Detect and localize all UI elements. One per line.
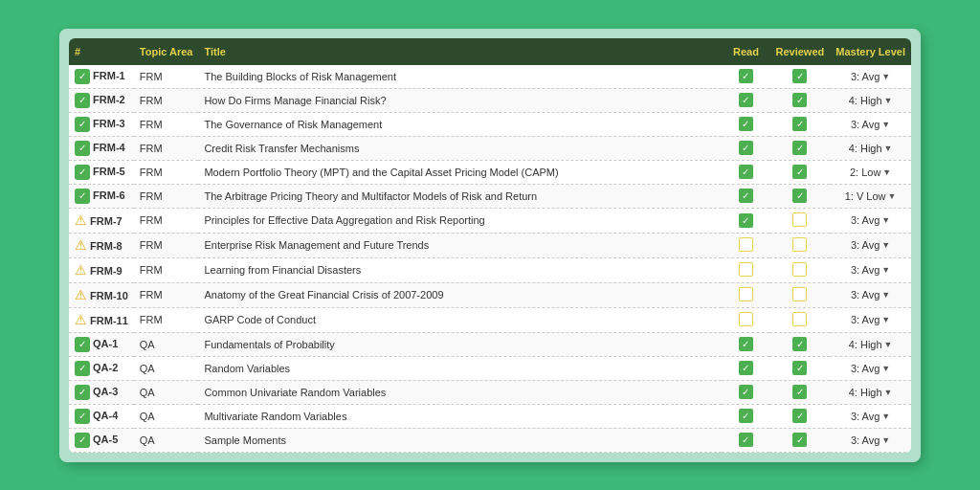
cell-read[interactable]: ✓ xyxy=(722,208,769,233)
reviewed-checked-icon[interactable]: ✓ xyxy=(792,189,807,203)
mastery-dropdown[interactable]: 3: Avg ▼ xyxy=(851,363,890,374)
read-checked-icon[interactable]: ✓ xyxy=(739,361,753,375)
read-checked-icon[interactable]: ✓ xyxy=(739,409,753,423)
read-checked-icon[interactable]: ✓ xyxy=(739,69,753,83)
cell-reviewed[interactable]: ✓ xyxy=(769,136,830,160)
reviewed-checked-icon[interactable]: ✓ xyxy=(792,433,807,447)
cell-mastery[interactable]: 3: Avg ▼ xyxy=(830,356,911,380)
reviewed-checked-icon[interactable]: ✓ xyxy=(792,69,807,83)
cell-mastery[interactable]: 3: Avg ▼ xyxy=(830,428,911,452)
read-checked-icon[interactable]: ✓ xyxy=(739,93,753,107)
reviewed-checked-icon[interactable]: ✓ xyxy=(792,385,807,399)
reviewed-empty-icon[interactable] xyxy=(792,237,807,252)
cell-mastery[interactable]: 4: High ▼ xyxy=(830,332,911,356)
cell-reviewed[interactable]: ✓ xyxy=(769,184,830,208)
cell-read[interactable]: ✓ xyxy=(722,356,769,380)
cell-read[interactable]: ✓ xyxy=(722,136,769,160)
read-checked-icon[interactable]: ✓ xyxy=(739,433,753,447)
cell-mastery[interactable]: 3: Avg ▼ xyxy=(830,233,911,257)
mastery-dropdown[interactable]: 1: V Low ▼ xyxy=(845,190,897,202)
mastery-dropdown[interactable]: 4: High ▼ xyxy=(849,143,893,154)
cell-reviewed[interactable]: ✓ xyxy=(769,88,830,112)
cell-read[interactable]: ✓ xyxy=(722,428,769,452)
cell-mastery[interactable]: 3: Avg ▼ xyxy=(830,307,911,332)
mastery-dropdown[interactable]: 3: Avg ▼ xyxy=(851,434,890,446)
cell-reviewed[interactable]: ✓ xyxy=(769,404,830,428)
mastery-dropdown[interactable]: 4: High ▼ xyxy=(849,95,893,106)
cell-read[interactable]: ✓ xyxy=(722,380,769,404)
cell-read[interactable]: ✓ xyxy=(722,404,769,428)
read-checked-icon[interactable]: ✓ xyxy=(739,141,753,155)
cell-mastery[interactable]: 2: Low ▼ xyxy=(830,160,911,184)
reviewed-empty-icon[interactable] xyxy=(792,287,807,301)
cell-title: Multivariate Random Variables xyxy=(198,404,722,428)
cell-mastery[interactable]: 4: High ▼ xyxy=(830,380,911,404)
cell-reviewed[interactable]: ✓ xyxy=(769,160,830,184)
cell-read[interactable] xyxy=(722,257,769,282)
cell-read[interactable]: ✓ xyxy=(722,88,769,112)
read-checked-icon[interactable]: ✓ xyxy=(739,117,753,131)
reviewed-checked-icon[interactable]: ✓ xyxy=(792,165,807,179)
cell-read[interactable] xyxy=(722,282,769,307)
mastery-dropdown[interactable]: 3: Avg ▼ xyxy=(851,239,890,251)
cell-reviewed[interactable]: ✓ xyxy=(769,356,830,380)
cell-read[interactable]: ✓ xyxy=(722,332,769,356)
reviewed-empty-icon[interactable] xyxy=(792,262,807,277)
mastery-dropdown[interactable]: 3: Avg ▼ xyxy=(851,314,890,325)
cell-mastery[interactable]: 4: High ▼ xyxy=(830,88,911,112)
read-empty-icon[interactable] xyxy=(739,312,753,326)
mastery-dropdown[interactable]: 4: High ▼ xyxy=(849,387,893,398)
cell-mastery[interactable]: 1: V Low ▼ xyxy=(830,184,911,208)
cell-mastery[interactable]: 3: Avg ▼ xyxy=(830,208,911,233)
cell-reviewed[interactable]: ✓ xyxy=(769,428,830,452)
cell-read[interactable]: ✓ xyxy=(722,112,769,136)
reviewed-checked-icon[interactable]: ✓ xyxy=(792,141,807,155)
reviewed-checked-icon[interactable]: ✓ xyxy=(792,117,807,131)
read-checked-icon[interactable]: ✓ xyxy=(739,165,753,179)
read-empty-icon[interactable] xyxy=(739,237,753,252)
cell-reviewed[interactable]: ✓ xyxy=(769,112,830,136)
reviewed-empty-icon[interactable] xyxy=(792,212,807,227)
cell-mastery[interactable]: 3: Avg ▼ xyxy=(830,282,911,307)
mastery-dropdown[interactable]: 3: Avg ▼ xyxy=(851,264,890,276)
mastery-dropdown[interactable]: 2: Low ▼ xyxy=(850,167,891,178)
read-checked-icon[interactable]: ✓ xyxy=(739,385,753,399)
mastery-dropdown[interactable]: 3: Avg ▼ xyxy=(851,411,890,422)
mastery-dropdown[interactable]: 3: Avg ▼ xyxy=(851,289,890,301)
cell-read[interactable] xyxy=(722,233,769,257)
read-checked-icon[interactable]: ✓ xyxy=(739,337,753,351)
cell-reviewed[interactable]: ✓ xyxy=(769,332,830,356)
cell-reviewed[interactable] xyxy=(769,233,830,257)
cell-mastery[interactable]: 3: Avg ▼ xyxy=(830,257,911,282)
reviewed-checked-icon[interactable]: ✓ xyxy=(792,361,807,375)
read-empty-icon[interactable] xyxy=(739,262,753,277)
reviewed-checked-icon[interactable]: ✓ xyxy=(792,93,807,107)
cell-read[interactable]: ✓ xyxy=(722,160,769,184)
cell-read[interactable]: ✓ xyxy=(722,65,769,89)
header-reviewed: Reviewed xyxy=(769,38,830,65)
dropdown-arrow-icon: ▼ xyxy=(881,412,890,421)
reviewed-empty-icon[interactable] xyxy=(792,312,807,326)
mastery-dropdown[interactable]: 3: Avg ▼ xyxy=(851,214,890,226)
read-checked-icon[interactable]: ✓ xyxy=(739,189,753,203)
reviewed-checked-icon[interactable]: ✓ xyxy=(792,409,807,423)
cell-mastery[interactable]: 4: High ▼ xyxy=(830,136,911,160)
mastery-dropdown[interactable]: 4: High ▼ xyxy=(849,339,893,350)
reviewed-checked-icon[interactable]: ✓ xyxy=(792,337,807,351)
cell-mastery[interactable]: 3: Avg ▼ xyxy=(830,404,911,428)
cell-read[interactable] xyxy=(722,307,769,332)
cell-reviewed[interactable] xyxy=(769,257,830,282)
cell-mastery[interactable]: 3: Avg ▼ xyxy=(830,65,911,89)
cell-reviewed[interactable] xyxy=(769,282,830,307)
mastery-dropdown[interactable]: 3: Avg ▼ xyxy=(851,71,890,82)
cell-reviewed[interactable]: ✓ xyxy=(769,380,830,404)
read-checked-icon[interactable]: ✓ xyxy=(739,213,753,228)
read-empty-icon[interactable] xyxy=(739,287,753,301)
cell-reviewed[interactable] xyxy=(769,307,830,332)
cell-mastery[interactable]: 3: Avg ▼ xyxy=(830,112,911,136)
warning-icon: ⚠ xyxy=(75,212,87,228)
cell-reviewed[interactable] xyxy=(769,208,830,233)
cell-reviewed[interactable]: ✓ xyxy=(769,65,830,89)
cell-read[interactable]: ✓ xyxy=(722,184,769,208)
mastery-dropdown[interactable]: 3: Avg ▼ xyxy=(851,119,890,130)
